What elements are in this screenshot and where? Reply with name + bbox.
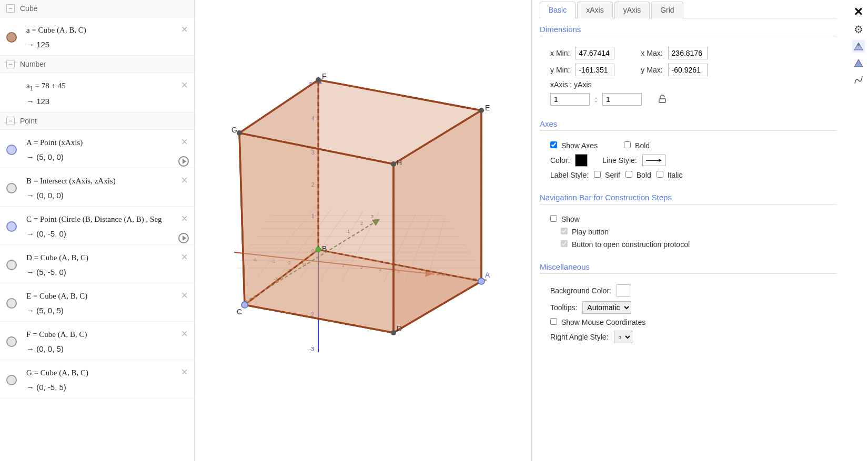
vertex-A[interactable] [478, 278, 485, 284]
tab-yaxis[interactable]: yAxis [614, 2, 650, 18]
delete-icon[interactable]: × [181, 173, 188, 187]
algebra-item[interactable]: F = Cube (A, B, C) → (0, 0, 5) × [0, 322, 194, 360]
section-misc: Miscellaneous [540, 262, 837, 274]
item-definition: A = Point (xAxis) [26, 138, 190, 147]
visibility-dot[interactable] [6, 32, 17, 43]
axis-ratio-label: xAxis : yAxis [550, 80, 592, 89]
algebra-group-header[interactable]: −Cube [0, 0, 194, 17]
section-nav: Navigation Bar for Construction Steps [540, 193, 837, 204]
item-definition: a = Cube (A, B, C) [26, 26, 190, 35]
xmin-input[interactable] [575, 47, 614, 59]
collapse-icon[interactable]: − [6, 117, 15, 125]
nav-play-checkbox: Play button [561, 228, 609, 236]
item-definition: E = Cube (A, B, C) [26, 292, 190, 301]
svg-text:E: E [485, 104, 490, 112]
show-axes-checkbox[interactable]: Show Axes [550, 141, 598, 150]
graphics3d-icon[interactable] [852, 57, 865, 69]
label-style-label: Label Style: [550, 171, 589, 179]
tab-grid[interactable]: Grid [651, 2, 683, 18]
algebra-item[interactable]: E = Cube (A, B, C) → (5, 0, 5) × [0, 283, 194, 322]
algebra-item[interactable]: A = Point (xAxis) → (5, 0, 0) × [0, 130, 194, 168]
play-icon[interactable] [178, 233, 189, 243]
close-icon[interactable]: × [854, 3, 863, 20]
ymin-input[interactable] [575, 64, 614, 76]
vertex-B[interactable] [316, 247, 321, 252]
svg-rect-69 [659, 99, 665, 103]
algebra-item[interactable]: D = Cube (A, B, C) → (5, -5, 0) × [0, 245, 194, 283]
delete-icon[interactable]: × [181, 250, 188, 264]
xmax-input[interactable] [668, 47, 708, 59]
group-label: Point [20, 117, 37, 125]
tab-xaxis[interactable]: xAxis [577, 2, 612, 18]
delete-icon[interactable]: × [181, 289, 188, 302]
algebra-item[interactable]: a1 = 78 + 45 → 123 × [0, 73, 194, 112]
visibility-dot[interactable] [6, 260, 17, 270]
label-italic-checkbox[interactable]: Italic [657, 171, 683, 179]
ratio-x-input[interactable] [550, 93, 590, 106]
spreadsheet-icon[interactable] [852, 74, 865, 86]
ymax-input[interactable] [668, 64, 708, 76]
label-serif-checkbox[interactable]: Serif [594, 171, 620, 179]
bg-color-label: Background Color: [550, 286, 611, 295]
algebra-group-header[interactable]: −Point [0, 112, 194, 130]
vertex-D[interactable] [391, 330, 396, 335]
xmin-label: x Min: [550, 49, 570, 57]
visibility-dot[interactable] [6, 336, 17, 347]
vertex-E[interactable] [479, 108, 484, 113]
delete-icon[interactable]: × [181, 23, 188, 36]
delete-icon[interactable]: × [181, 327, 188, 341]
lock-icon[interactable] [658, 94, 667, 105]
ymin-label: y Min: [550, 66, 570, 74]
visibility-dot[interactable] [6, 298, 17, 309]
algebra-item[interactable]: G = Cube (A, B, C) → (0, -5, 5) × [0, 360, 194, 398]
delete-icon[interactable]: × [181, 365, 188, 379]
xmax-label: x Max: [641, 49, 662, 57]
ratio-y-input[interactable] [602, 93, 642, 106]
collapse-icon[interactable]: − [6, 60, 15, 68]
item-definition: G = Cube (A, B, C) [26, 368, 190, 377]
item-definition: C = Point (Circle (B, Distance (A, B) , … [26, 215, 190, 224]
visibility-dot[interactable] [6, 221, 17, 232]
axes-color-swatch[interactable] [575, 154, 588, 167]
svg-marker-45 [239, 133, 393, 333]
visibility-dot[interactable] [6, 375, 17, 385]
item-value: → (5, 0, 5) [26, 306, 190, 315]
svg-point-67 [857, 44, 860, 46]
axes-color-label: Color: [550, 156, 570, 165]
play-icon[interactable] [178, 156, 189, 167]
delete-icon[interactable]: × [181, 212, 188, 226]
delete-icon[interactable]: × [181, 78, 188, 92]
bg-color-swatch[interactable] [617, 284, 630, 297]
vertex-C[interactable] [241, 302, 248, 308]
right-angle-select[interactable]: ▫ [614, 331, 632, 343]
visibility-dot[interactable] [6, 183, 17, 193]
cube-3d-svg: 5 4 3 2 1 -2 -3 -4-3-2-1 1234 123 -1-2-3… [195, 0, 531, 461]
vertex-G[interactable] [237, 130, 242, 136]
tab-basic[interactable]: Basic [540, 2, 576, 18]
svg-text:C: C [237, 308, 242, 316]
line-style-select[interactable] [642, 155, 665, 166]
item-definition: B = Intersect (xAxis, zAxis) [26, 177, 190, 186]
axes-bold-checkbox[interactable]: Bold [624, 141, 650, 150]
algebra-panel[interactable]: −Cube a = Cube (A, B, C) → 125 × −Number… [0, 0, 195, 461]
vertex-F[interactable] [316, 77, 321, 83]
delete-icon[interactable]: × [181, 135, 188, 149]
algebra-item[interactable]: a = Cube (A, B, C) → 125 × [0, 17, 194, 56]
svg-text:A: A [485, 271, 490, 279]
show-mouse-checkbox[interactable]: Show Mouse Coordinates [550, 318, 645, 326]
section-axes: Axes [540, 119, 837, 131]
graphics2d-icon[interactable] [852, 40, 865, 53]
visibility-dot[interactable] [6, 145, 17, 155]
vertex-H[interactable] [391, 161, 396, 167]
graphics-3d-view[interactable]: 5 4 3 2 1 -2 -3 -4-3-2-1 1234 123 -1-2-3… [195, 0, 531, 461]
algebra-group-header[interactable]: −Number [0, 56, 194, 73]
label-bold-checkbox[interactable]: Bold [625, 171, 651, 179]
tooltips-select[interactable]: Automatic [582, 301, 631, 314]
item-value: → 125 [26, 40, 190, 49]
collapse-icon[interactable]: − [6, 4, 15, 13]
algebra-item[interactable]: B = Intersect (xAxis, zAxis) → (0, 0, 0)… [0, 168, 194, 207]
nav-show-checkbox[interactable]: Show [550, 215, 580, 223]
item-definition: D = Cube (A, B, C) [26, 253, 190, 262]
gear-icon[interactable]: ⚙ [852, 23, 865, 36]
algebra-item[interactable]: C = Point (Circle (B, Distance (A, B) , … [0, 207, 194, 245]
